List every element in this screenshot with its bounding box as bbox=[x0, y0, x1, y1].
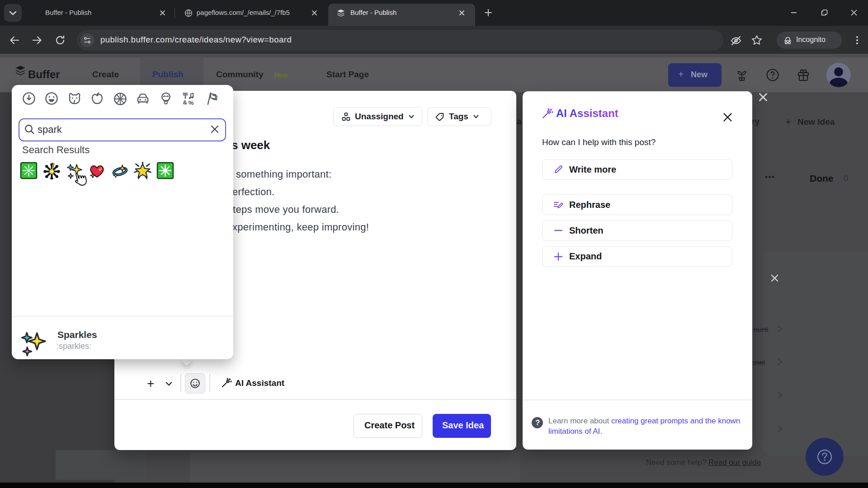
svg-text:%: % bbox=[189, 99, 194, 106]
svg-text:&: & bbox=[183, 99, 187, 106]
